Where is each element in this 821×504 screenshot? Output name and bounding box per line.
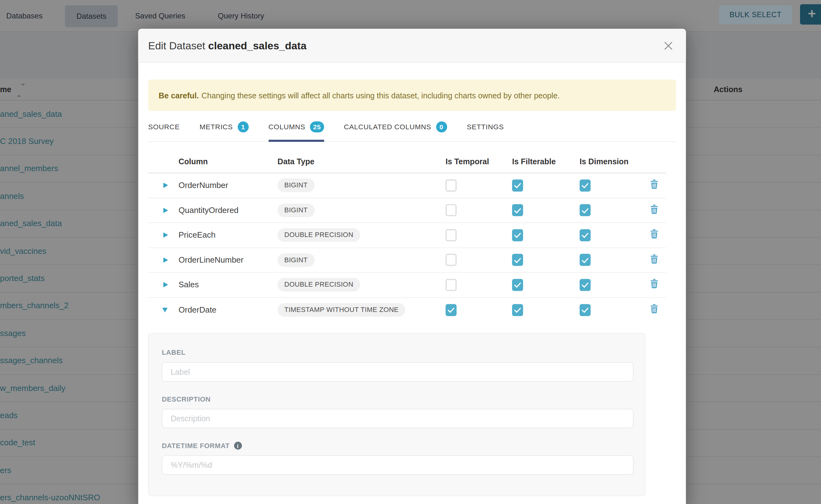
dataset-link[interactable]: ported_stats <box>0 274 45 283</box>
column-row: PriceEachDOUBLE PRECISION <box>148 223 666 248</box>
tab-metrics[interactable]: METRICS1 <box>200 123 249 141</box>
dataset-link[interactable]: ssages_channels <box>0 356 63 365</box>
tab-columns[interactable]: COLUMNS25 <box>268 123 324 141</box>
tab-label: SOURCE <box>148 123 180 131</box>
column-row: OrderDateTIMESTAMP WITHOUT TIME ZONE <box>148 298 666 323</box>
dataset-link[interactable]: aned_sales_data <box>0 109 62 119</box>
sort-icon[interactable] <box>17 86 25 95</box>
trash-icon[interactable] <box>650 205 658 214</box>
dataset-link[interactable]: vid_vaccines <box>0 246 47 256</box>
modal-tabs: SOURCEMETRICS1COLUMNS25CALCULATED COLUMN… <box>148 123 676 142</box>
is-dimension-checkbox[interactable] <box>580 279 591 291</box>
is-filterable-checkbox[interactable] <box>512 179 523 191</box>
is-dimension-checkbox[interactable] <box>580 204 591 216</box>
dataset-link[interactable]: eads <box>0 411 17 420</box>
column-name: QuantityOrdered <box>179 205 278 215</box>
is-temporal-checkbox[interactable] <box>446 179 457 191</box>
nav-item-datasets[interactable]: Datasets <box>65 5 118 27</box>
column-name: OrderDate <box>179 305 278 315</box>
is-filterable-checkbox[interactable] <box>512 229 523 241</box>
trash-icon[interactable] <box>650 304 658 314</box>
trash-icon[interactable] <box>650 180 658 189</box>
collapse-caret-icon[interactable] <box>162 308 168 312</box>
name-column-header[interactable]: me <box>0 78 11 100</box>
dataset-link[interactable]: C 2018 Survey <box>0 137 54 146</box>
is-temporal-checkbox[interactable] <box>446 229 457 241</box>
trash-icon[interactable] <box>650 254 658 264</box>
tab-count-badge: 0 <box>436 121 447 132</box>
columns-table: Column Data Type Is Temporal Is Filterab… <box>148 142 666 322</box>
expand-caret-icon[interactable] <box>163 208 168 213</box>
tab-count-badge: 1 <box>237 121 248 132</box>
data-type-pill: DOUBLE PRECISION <box>277 228 360 242</box>
expand-caret-icon[interactable] <box>163 257 168 263</box>
info-icon[interactable]: i <box>234 442 242 450</box>
is-filterable-header: Is Filterable <box>512 157 580 166</box>
modal-title: Edit Dataset cleaned_sales_data <box>148 40 306 52</box>
dataset-link[interactable]: annels <box>0 191 24 201</box>
is-filterable-checkbox[interactable] <box>512 254 523 266</box>
warning-banner: Be careful. Changing these settings will… <box>148 80 676 111</box>
is-filterable-checkbox[interactable] <box>512 304 523 316</box>
column-name: OrderLineNumber <box>179 255 278 264</box>
dataset-link[interactable]: ssages <box>0 329 26 338</box>
description-input[interactable] <box>162 409 634 428</box>
column-row: QuantityOrderedBIGINT <box>148 198 666 223</box>
data-type-pill: BIGINT <box>277 179 314 192</box>
datetime-format-field-label: DATETIME FORMATi <box>162 442 645 450</box>
dataset-link[interactable]: ers <box>0 466 11 475</box>
dataset-link[interactable]: code_test <box>0 438 35 447</box>
is-temporal-checkbox[interactable] <box>446 304 457 316</box>
dataset-link[interactable]: mbers_channels_2 <box>0 301 69 310</box>
expand-caret-icon[interactable] <box>163 282 168 288</box>
data-type-pill: BIGINT <box>277 253 314 267</box>
dataset-link[interactable]: ers_channels-uzooNNtSRO <box>0 493 100 502</box>
column-name: PriceEach <box>179 230 278 240</box>
expand-caret-icon[interactable] <box>163 233 168 238</box>
tab-label: CALCULATED COLUMNS <box>344 123 431 131</box>
modal-header: Edit Dataset cleaned_sales_data <box>138 29 686 63</box>
column-row: OrderLineNumberBIGINT <box>148 248 666 273</box>
edit-dataset-modal: Edit Dataset cleaned_sales_data Be caref… <box>138 29 686 504</box>
modal-body: Be careful. Changing these settings will… <box>138 80 686 496</box>
page: DatabasesDatasetsSaved QueriesQuery Hist… <box>0 0 821 504</box>
is-dimension-checkbox[interactable] <box>580 179 591 191</box>
tab-settings[interactable]: SETTINGS <box>467 123 504 141</box>
dataset-link[interactable]: aned_sales_data <box>0 219 62 228</box>
datetime-format-input[interactable] <box>162 455 634 475</box>
column-name: Sales <box>179 280 278 289</box>
is-filterable-checkbox[interactable] <box>512 204 523 216</box>
close-icon[interactable] <box>664 41 673 50</box>
columns-table-body: OrderNumberBIGINTQuantityOrderedBIGINTPr… <box>148 173 666 323</box>
data-type-pill: BIGINT <box>277 204 314 217</box>
nav-item-query-history[interactable]: Query History <box>218 0 264 32</box>
bulk-select-button[interactable]: BULK SELECT <box>719 5 792 24</box>
nav-item-saved-queries[interactable]: Saved Queries <box>135 0 185 32</box>
column-row: OrderNumberBIGINT <box>148 173 666 198</box>
dataset-link[interactable]: w_members_daily <box>0 383 65 393</box>
trash-icon[interactable] <box>650 230 658 239</box>
nav-item-databases[interactable]: Databases <box>6 0 42 32</box>
dataset-link[interactable]: annel_members <box>0 164 58 173</box>
is-dimension-checkbox[interactable] <box>580 304 591 316</box>
is-temporal-header: Is Temporal <box>446 157 512 166</box>
tab-source[interactable]: SOURCE <box>148 123 180 141</box>
tab-label: COLUMNS <box>268 123 305 131</box>
data-type-pill: TIMESTAMP WITHOUT TIME ZONE <box>277 303 405 317</box>
label-input[interactable] <box>162 362 634 382</box>
add-dataset-button[interactable]: + <box>800 4 821 24</box>
tab-calculated-columns[interactable]: CALCULATED COLUMNS0 <box>344 123 447 141</box>
is-temporal-checkbox[interactable] <box>446 204 457 216</box>
is-dimension-checkbox[interactable] <box>580 229 591 241</box>
is-temporal-checkbox[interactable] <box>446 254 457 266</box>
expand-caret-icon[interactable] <box>163 183 168 188</box>
trash-icon[interactable] <box>650 279 658 289</box>
is-filterable-checkbox[interactable] <box>512 279 523 291</box>
top-nav: DatabasesDatasetsSaved QueriesQuery Hist… <box>0 0 821 32</box>
is-dimension-checkbox[interactable] <box>580 254 591 266</box>
actions-column-header: Actions <box>714 78 742 100</box>
is-temporal-checkbox[interactable] <box>446 279 457 291</box>
tab-count-badge: 25 <box>310 121 324 132</box>
column-header: Column <box>179 157 278 166</box>
label-field-label: LABEL <box>162 348 645 356</box>
